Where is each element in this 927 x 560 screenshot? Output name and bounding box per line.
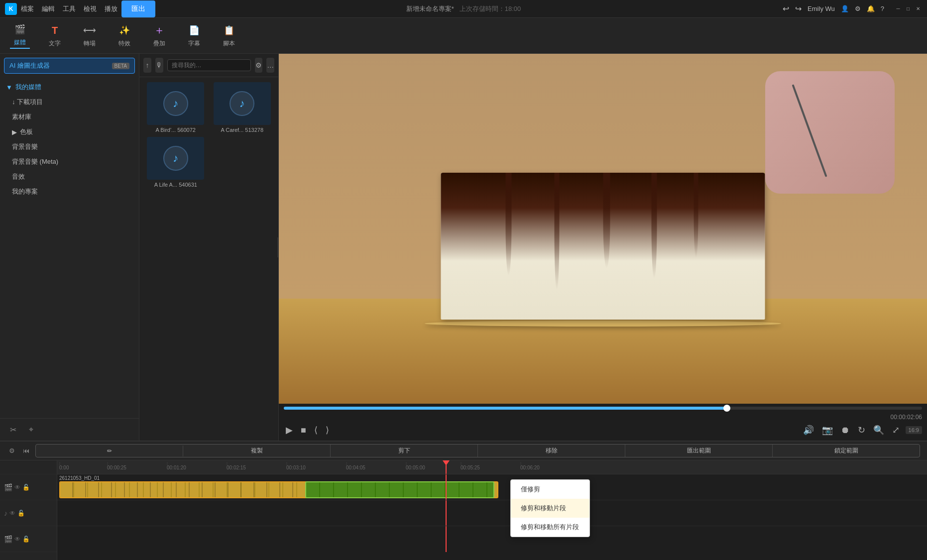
video-clip-selected[interactable] [305,481,494,498]
ruler-mark-6: 00:05:00 [406,464,425,470]
subtitle-icon: 📄 [187,23,201,37]
skip-to-start-btn[interactable]: ⏮ [19,442,33,460]
settings-icon[interactable]: ⚙ [855,5,861,12]
video-track-1[interactable]: 26121053_HD_01 僅修剪 修剪和移動片段 修剪和移動所有片段 [57,474,927,500]
ctx-trim-only[interactable]: 僅修剪 [511,480,589,499]
toolbar-text[interactable]: T 文字 [45,23,65,48]
cut-action[interactable]: 剪下 [331,445,478,457]
help-icon[interactable]: ? [881,5,884,12]
play-btn[interactable]: ▶ [284,425,295,436]
preview-controls: 00:00:02:06 ▶ ■ ⟨ ⟩ 🔊 📷 ⏺ ↻ 🔍 ⤢ 16:9 [279,404,927,441]
toolbar-transition[interactable]: ⟷ 轉場 [80,23,100,48]
toolbar-effects[interactable]: ✨ 特效 [115,23,134,48]
media-label-bird: A Bird'... 560072 [156,127,196,133]
record-btn[interactable]: 🎙 [155,58,163,73]
nav-color-panel[interactable]: ▶ 色板 [0,124,139,139]
music-note-icon-3: ♪ [163,146,188,171]
media-item-caref[interactable]: ♪ A Caref... 513278 [211,82,274,133]
nav-bg-music-meta[interactable]: 背景音樂 (Meta) [0,154,139,169]
track-1-eye[interactable]: 👁 [14,484,20,491]
track-3-lock[interactable]: 🔓 [22,536,30,543]
volume-btn[interactable]: 🔊 [801,425,816,436]
menu-view[interactable]: 檢視 [84,4,97,13]
menu-edit[interactable]: 編輯 [42,4,55,13]
preview-area: 00:00:02:06 ▶ ■ ⟨ ⟩ 🔊 📷 ⏺ ↻ 🔍 ⤢ 16:9 [279,54,927,441]
track-3-eye[interactable]: 👁 [14,536,20,543]
media-item-bird[interactable]: ♪ A Bird'... 560072 [144,82,207,133]
export-range-action[interactable]: 匯出範圍 [625,445,773,457]
chevron-down-icon: ▼ [6,84,12,91]
nav-my-media[interactable]: ▼ 我的媒體 [0,80,139,95]
media-item-life[interactable]: ♪ A Life A... 540631 [144,137,207,188]
ruler-mark-4: 00:03:10 [286,464,306,470]
toolbar-media[interactable]: 🎬 媒體 [10,22,30,49]
nav-library[interactable]: 素材庫 [0,110,139,124]
nav-my-projects[interactable]: 我的專案 [0,184,139,199]
video-track-2[interactable] [57,526,927,552]
export-button[interactable]: 匯出 [121,0,155,17]
menu-play[interactable]: 播放 [105,4,117,13]
undo-btn[interactable]: ↩ [783,4,789,13]
ctx-trim-move-all[interactable]: 修剪和移動所有片段 [511,518,589,537]
lock-range-action[interactable]: 鎖定範圍 [773,445,920,457]
track-1-lock[interactable]: 🔓 [22,484,30,491]
pencil-tool-btn[interactable]: ✏ [36,446,183,456]
playback-controls: ▶ ■ ⟨ ⟩ 🔊 📷 ⏺ ↻ 🔍 ⤢ 16:9 [284,423,922,438]
import-btn[interactable]: ↑ [143,58,151,73]
ai-generator-bar[interactable]: AI 繪圖生成器 BETA [4,58,135,74]
transition-label: 轉場 [84,39,96,48]
scissors-icon[interactable]: ✂ [6,423,20,437]
filter-btn[interactable]: ⚙ [255,58,263,73]
window-controls: ─ □ ✕ [894,5,922,13]
timeline-tracks: 0:00 00:00:25 00:01:20 00:02:15 00:03:10… [57,460,927,560]
track-2-lock[interactable]: 🔓 [17,510,25,517]
redo-btn[interactable]: ↪ [795,4,802,13]
prev-frame-btn[interactable]: ⟨ [312,425,320,436]
menu-file[interactable]: 檔案 [21,4,34,13]
maximize-btn[interactable]: □ [904,5,912,13]
audio-track[interactable] [57,500,927,526]
timeline-settings-btn[interactable]: ⚙ [5,442,19,460]
window-title: 新增未命名專案* 上次存儲時間：18:00 [406,4,521,13]
preview-timeline-bar[interactable] [284,407,922,410]
crop-icon[interactable]: ⌖ [24,423,38,437]
minimize-btn[interactable]: ─ [894,5,902,13]
copy-action[interactable]: 複製 [183,445,331,457]
notification-icon[interactable]: 🔔 [867,5,875,12]
close-btn[interactable]: ✕ [914,5,922,13]
stop-btn[interactable]: ■ [299,425,308,436]
nav-sfx[interactable]: 音效 [0,169,139,184]
video-track-2-icon: 🎬 [4,535,12,543]
title-bar: K 檔案 編輯 工具 檢視 播放 匯出 新增未命名專案* 上次存儲時間：18:0… [0,0,927,18]
record-screen-btn[interactable]: ⏺ [839,425,852,436]
media-search-input[interactable] [167,59,251,71]
toolbar-subtitle[interactable]: 📄 字幕 [184,23,204,48]
ctx-trim-move[interactable]: 修剪和移動片段 [511,499,589,518]
media-toolbar: ↑ 🎙 ⚙ … [139,54,278,77]
track-2-eye[interactable]: 👁 [9,510,15,517]
menu-tools[interactable]: 工具 [63,4,76,13]
toolbar-add[interactable]: ＋ 疊加 [149,23,169,48]
text-label: 文字 [49,39,61,48]
next-frame-btn[interactable]: ⟩ [324,425,331,436]
transition-icon: ⟷ [83,23,97,37]
nav-my-media-label: 我的媒體 [15,83,41,92]
menu-bar: 檔案 編輯 工具 檢視 播放 [21,4,117,13]
effects-icon: ✨ [117,23,131,37]
time-ruler-header [0,460,57,474]
preview-video [279,54,927,404]
media-thumb-life: ♪ [147,137,204,180]
ruler-mark-8: 00:06:20 [520,464,540,470]
script-label: 腳本 [223,39,235,48]
fullscreen-btn[interactable]: ⤢ [890,425,902,436]
toolbar-script[interactable]: 📋 腳本 [219,23,239,48]
ruler-mark-7: 00:05:25 [461,464,480,470]
zoom-preview-btn[interactable]: 🔍 [871,425,886,436]
loop-btn[interactable]: ↻ [856,425,867,436]
screenshot-btn[interactable]: 📷 [820,425,835,436]
nav-download[interactable]: ↓ 下載項目 [0,95,139,110]
remove-action[interactable]: 移除 [478,445,625,457]
nav-bg-music[interactable]: 背景音樂 [0,139,139,154]
clip-filename: 26121053_HD_01 [59,475,100,481]
more-btn[interactable]: … [266,58,274,73]
